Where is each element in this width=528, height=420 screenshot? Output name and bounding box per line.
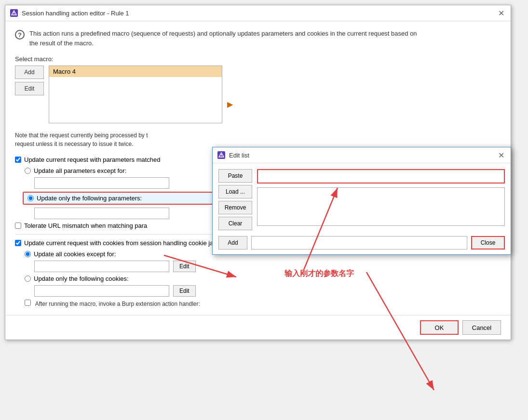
edit-cookies1-button[interactable]: Edit xyxy=(173,261,196,272)
only-cookies-radio[interactable] xyxy=(25,276,31,282)
update-cookies-label: Update current request with cookies from… xyxy=(24,239,216,247)
only-cookies-input[interactable] xyxy=(34,285,169,297)
all-cookies-field-row: Edit xyxy=(15,261,501,272)
all-cookies-input[interactable] xyxy=(34,261,169,272)
after-running-checkbox[interactable] xyxy=(25,300,31,306)
list-top-input[interactable]: user_token xyxy=(257,169,505,184)
edit-list-close-x-button[interactable]: ✕ xyxy=(496,150,506,160)
cancel-button[interactable]: Cancel xyxy=(462,320,501,335)
edit-list-add-row: Add Close xyxy=(213,236,511,254)
svg-point-5 xyxy=(221,156,222,157)
update-params-checkbox[interactable] xyxy=(15,157,21,163)
only-params-input[interactable] xyxy=(34,208,169,219)
main-dialog-titlebar: Session handling action editor - Rule 1 … xyxy=(5,5,511,21)
all-cookies-label: Update all cookies except for: xyxy=(34,250,116,258)
all-cookies-radio[interactable] xyxy=(25,251,31,257)
macro-arrow: ▶ xyxy=(227,66,233,123)
update-params-label: Update current request with parameters m… xyxy=(24,156,161,163)
only-params-radio[interactable] xyxy=(27,195,34,201)
list-area: user_token xyxy=(257,169,505,230)
only-cookies-field-row: Edit xyxy=(15,285,501,297)
list-entries[interactable] xyxy=(257,187,505,226)
ok-button[interactable]: OK xyxy=(420,320,459,335)
edit-cookies2-button[interactable]: Edit xyxy=(173,285,196,297)
tolerate-url-label: Tolerate URL mismatch when matching para xyxy=(24,222,147,229)
note-text: Note that the request currently being pr… xyxy=(15,131,501,148)
edit-list-body: Paste Load ... Remove Clear user_token xyxy=(213,163,511,236)
edit-list-title: Edit list xyxy=(229,152,492,159)
edit-list-dialog: Edit list ✕ Paste Load ... Remove Clear … xyxy=(212,147,511,255)
info-text: This action runs a predefined macro (seq… xyxy=(29,29,417,48)
main-close-button[interactable]: ✕ xyxy=(496,8,506,18)
svg-point-2 xyxy=(14,14,14,15)
paste-button[interactable]: Paste xyxy=(218,169,252,183)
all-params-input[interactable] xyxy=(34,177,169,189)
remove-button[interactable]: Remove xyxy=(218,201,252,214)
all-params-radio[interactable] xyxy=(25,168,31,174)
info-icon: ? xyxy=(15,30,25,39)
tolerate-url-checkbox[interactable] xyxy=(15,223,21,229)
macro-section: Add Edit Macro 4 ▶ xyxy=(15,66,501,123)
load-button[interactable]: Load ... xyxy=(218,185,252,198)
macro-buttons: Add Edit xyxy=(15,66,44,123)
info-row: ? This action runs a predefined macro (s… xyxy=(15,29,501,48)
close-list-button[interactable]: Close xyxy=(471,236,505,249)
after-running-text: After running the macro, invoke a Burp e… xyxy=(15,300,501,307)
macro-item-1[interactable]: Macro 4 xyxy=(49,66,222,77)
burp-icon xyxy=(10,9,18,17)
add-list-input[interactable] xyxy=(251,236,467,249)
only-cookies-radio-row: Update only the following cookies: xyxy=(15,275,501,282)
clear-button[interactable]: Clear xyxy=(218,217,252,230)
main-dialog-title: Session handling action editor - Rule 1 xyxy=(22,10,492,17)
only-cookies-label: Update only the following cookies: xyxy=(34,275,129,282)
all-params-label: Update all parameters except for: xyxy=(34,167,126,174)
add-macro-button[interactable]: Add xyxy=(15,66,44,79)
select-macro-label: Select macro: xyxy=(15,55,501,63)
edit-list-icon xyxy=(217,151,225,159)
add-list-button[interactable]: Add xyxy=(218,236,247,249)
edit-list-action-buttons: Paste Load ... Remove Clear xyxy=(218,169,252,230)
only-params-label: Update only the following parameters: xyxy=(37,195,142,202)
update-cookies-checkbox[interactable] xyxy=(15,240,21,246)
edit-list-titlebar: Edit list ✕ xyxy=(213,147,511,163)
bottom-row: OK Cancel xyxy=(5,315,511,340)
edit-macro-button[interactable]: Edit xyxy=(15,82,44,95)
macro-list[interactable]: Macro 4 xyxy=(49,66,222,123)
